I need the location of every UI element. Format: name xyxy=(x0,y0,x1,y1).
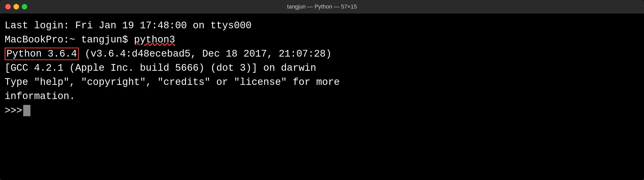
minimize-button[interactable] xyxy=(13,4,19,10)
type-help-line: Type "help", "copyright", "credits" or "… xyxy=(5,75,639,89)
cursor xyxy=(23,105,30,116)
information-line: information. xyxy=(5,89,639,103)
traffic-lights xyxy=(5,4,27,10)
titlebar: tangjun — Python — 57×15 xyxy=(0,0,644,13)
close-button[interactable] xyxy=(5,4,11,10)
repl-prompt: >>> xyxy=(5,104,22,118)
python-version-rest: (v3.6.4:d48ecebad5, Dec 18 2017, 21:07:2… xyxy=(79,48,332,59)
window-title: tangjun — Python — 57×15 xyxy=(287,3,357,10)
repl-prompt-line: >>> xyxy=(5,104,639,118)
last-login-line: Last login: Fri Jan 19 17:48:00 on ttys0… xyxy=(5,19,639,33)
maximize-button[interactable] xyxy=(22,4,27,10)
prompt-line: MacBookPro:~ tangjun$ python3 xyxy=(5,33,639,47)
python-version-boxed: Python 3.6.4 xyxy=(5,48,79,60)
shell-prompt: MacBookPro:~ tangjun$ xyxy=(5,34,134,45)
terminal-content[interactable]: Last login: Fri Jan 19 17:48:00 on ttys0… xyxy=(0,13,644,180)
terminal-window: tangjun — Python — 57×15 Last login: Fri… xyxy=(0,0,644,180)
gcc-line: [GCC 4.2.1 (Apple Inc. build 5666) (dot … xyxy=(5,61,639,75)
python-version-line: Python 3.6.4 (v3.6.4:d48ecebad5, Dec 18 … xyxy=(5,47,639,61)
python3-command: python3 xyxy=(134,34,175,45)
